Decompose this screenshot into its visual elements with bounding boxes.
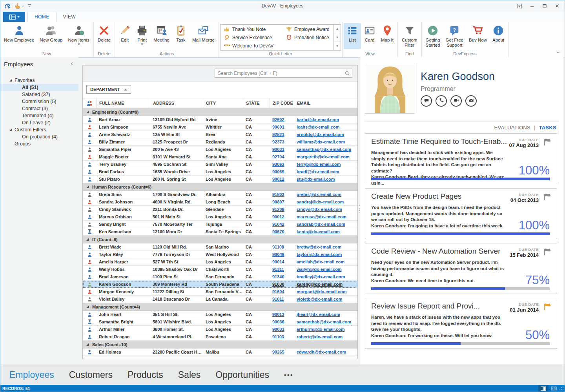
ribbon-button-new-items[interactable]: New Items bbox=[66, 23, 92, 49]
table-row[interactable]: Samantha Piper200 E Ave 43Los AngelesCA9… bbox=[83, 146, 357, 153]
cell-email-link[interactable]: margaretb@dx-email.com bbox=[294, 154, 357, 159]
cell-email-link[interactable]: brettw@dx-email.com bbox=[294, 245, 357, 249]
nav-item-customers[interactable]: Customers bbox=[69, 370, 113, 380]
column-header-address[interactable]: ADDRESS bbox=[150, 98, 203, 108]
sidebar-item-salaried-37[interactable]: Salaried (37) bbox=[0, 91, 78, 98]
column-header-city[interactable]: CITY bbox=[203, 98, 243, 108]
cell-email-link[interactable]: marcuso@dx-email.com bbox=[294, 214, 357, 219]
column-header-zip-code[interactable]: ZIP CODE bbox=[270, 98, 294, 108]
gallery-scroll-up-icon[interactable]: ▲ bbox=[334, 25, 341, 33]
table-row[interactable]: Morgan Kennedy11222 Dilling StSan Fernan… bbox=[83, 288, 357, 296]
tab-evaluations[interactable]: EVALUATIONS bbox=[494, 125, 530, 131]
cell-zip-code-link[interactable]: 91604 bbox=[270, 289, 294, 294]
ribbon-button-task[interactable]: Task bbox=[172, 23, 190, 49]
cell-email-link[interactable]: taylorr@dx-email.com bbox=[294, 252, 357, 257]
cell-zip-code-link[interactable]: 90046 bbox=[270, 252, 294, 257]
cell-zip-code-link[interactable]: 91311 bbox=[270, 267, 294, 272]
sidebar-item-favorites[interactable]: Favorites bbox=[0, 77, 78, 84]
cell-email-link[interactable]: kents@dx-email.com bbox=[294, 229, 357, 234]
cell-zip-code-link[interactable]: 91103 bbox=[270, 334, 294, 339]
cell-email-link[interactable]: samanthab@dx-email.com bbox=[294, 319, 357, 324]
ribbon-button-new-group[interactable]: New Group bbox=[37, 23, 65, 49]
gallery-expand-icon[interactable]: ▼ bbox=[334, 42, 341, 50]
cell-email-link[interactable]: williamz@dx-email.com bbox=[294, 140, 357, 144]
flag-icon[interactable] bbox=[543, 137, 552, 148]
mail-button[interactable] bbox=[465, 95, 477, 107]
group-row-management-count-4[interactable]: Management (Count=4) bbox=[83, 303, 357, 311]
sidebar-item-on-leave-2[interactable]: On Leave (2) bbox=[0, 119, 78, 126]
ribbon-button-mail-merge[interactable]: Mail Merge bbox=[190, 23, 217, 49]
table-row[interactable]: Taylor Riley7776 Torreyson DrWest Hollyw… bbox=[83, 251, 357, 258]
group-by-department-button[interactable]: DEPARTMENT bbox=[86, 85, 131, 94]
tab-view[interactable]: VIEW bbox=[56, 12, 82, 22]
tab-tasks[interactable]: TASKS bbox=[539, 125, 556, 131]
cell-zip-code-link[interactable]: 92704 bbox=[270, 154, 294, 159]
cell-zip-code-link[interactable]: 90807 bbox=[270, 200, 294, 204]
table-row[interactable]: Ken Samuelson12100 Mora DrSanta Fe Sprin… bbox=[83, 228, 357, 236]
quick-letter-thank-you-note[interactable]: Thank You Note bbox=[221, 25, 282, 33]
table-row[interactable]: Sandra Johnson4600 N Virginia Rd.Long Be… bbox=[83, 198, 357, 206]
table-row[interactable]: Marcus Orbison501 N Main StLos AngelesCA… bbox=[83, 213, 357, 221]
cell-email-link[interactable]: terryb@dx-email.com bbox=[294, 162, 357, 167]
cell-email-link[interactable]: cindys@dx-email.com bbox=[294, 207, 357, 212]
quick-letter-service-excellence[interactable]: Service Excellence bbox=[221, 33, 282, 42]
table-row[interactable]: Arthur Miller3800 Homer St.Los AngelesCA… bbox=[83, 326, 357, 333]
column-header-full-name[interactable]: FULL NAME bbox=[96, 98, 150, 108]
table-row[interactable]: Greta Sims1700 S Grandview Dr.AlhambraCA… bbox=[83, 191, 357, 198]
table-row[interactable]: Arnie Schwartz125 W Elm StBreaCA92821arn… bbox=[83, 131, 357, 138]
cell-zip-code-link[interactable]: 93063 bbox=[270, 162, 294, 167]
ribbon-button-delete[interactable]: Delete bbox=[95, 23, 113, 49]
resize-grip[interactable] bbox=[559, 385, 565, 392]
collapse-ribbon-icon[interactable] bbox=[556, 50, 560, 55]
ribbon-button-card[interactable]: Card bbox=[361, 23, 378, 49]
reading-view-icon[interactable] bbox=[549, 385, 559, 392]
quick-letter-welcome-to-devav[interactable]: Welcome To DevAV bbox=[221, 42, 282, 50]
cell-email-link[interactable]: samanthap@dx-email.com bbox=[294, 147, 357, 152]
maximize-button[interactable] bbox=[538, 0, 551, 12]
sidebar-item-all-51[interactable]: All (51) bbox=[0, 84, 78, 91]
close-button[interactable] bbox=[551, 0, 563, 12]
ribbon-button-custom-filter[interactable]: Custom Filter bbox=[399, 23, 420, 49]
cell-email-link[interactable]: robertr@dx-email.com bbox=[294, 334, 357, 339]
panel-splitter[interactable] bbox=[359, 205, 360, 213]
cell-zip-code-link[interactable]: 91208 bbox=[270, 207, 294, 212]
phone-button[interactable] bbox=[436, 95, 447, 107]
sidebar-item-contract-3[interactable]: Contract (3) bbox=[0, 105, 78, 112]
group-row-it-count-8[interactable]: IT (Count=8) bbox=[83, 236, 357, 243]
task-card[interactable]: Review Issue Report and Provi...DUE DATE… bbox=[365, 298, 557, 349]
flag-icon[interactable] bbox=[543, 192, 552, 203]
ribbon-button-get-free-support[interactable]: ?Get Free Support bbox=[443, 23, 466, 49]
cell-email-link[interactable]: sandraj@dx-email.com bbox=[294, 200, 357, 204]
column-header-email[interactable]: EMAIL bbox=[294, 98, 357, 108]
cell-zip-code-link[interactable]: 92373 bbox=[270, 140, 294, 144]
qat-customize-icon[interactable] bbox=[27, 3, 32, 9]
ribbon-button-about[interactable]: About bbox=[490, 23, 507, 49]
ribbon-button-new-employee[interactable]: New Employee bbox=[1, 23, 37, 49]
cell-email-link[interactable]: jheart@dx-email.com bbox=[294, 312, 357, 317]
task-card[interactable]: Code Review - New Automation ServerDUE D… bbox=[365, 243, 557, 294]
cell-email-link[interactable]: bradleyj@dx-email.com bbox=[294, 274, 357, 279]
table-row[interactable]: Robert Reagan4 Westmoreland Pl.PasadenaC… bbox=[83, 333, 357, 341]
cell-zip-code-link[interactable]: 90036 bbox=[270, 319, 294, 324]
column-header-icon[interactable] bbox=[83, 98, 96, 108]
cell-email-link[interactable]: edwardh@dx-email.com bbox=[294, 350, 357, 354]
ribbon-display-options-button[interactable] bbox=[513, 0, 526, 12]
ribbon-button-buy-now[interactable]: Buy Now bbox=[466, 23, 490, 49]
cell-zip-code-link[interactable]: 90013 bbox=[270, 312, 294, 317]
table-row[interactable]: Brett Wade1120 Old Mill Rd.San MarinoCA9… bbox=[83, 243, 357, 251]
cell-zip-code-link[interactable]: 90069 bbox=[270, 169, 294, 174]
cell-email-link[interactable]: gretas@dx-email.com bbox=[294, 192, 357, 197]
ribbon-button-list[interactable]: List bbox=[344, 23, 361, 49]
ribbon-button-meeting[interactable]: Meeting bbox=[151, 23, 172, 49]
table-row[interactable]: Samantha Bright5801 Wilshire Blvd.Los An… bbox=[83, 318, 357, 326]
video-button[interactable] bbox=[450, 95, 462, 107]
group-row-sales-count-10[interactable]: Sales (Count=10) bbox=[83, 341, 357, 348]
cell-zip-code-link[interactable]: 92602 bbox=[270, 117, 294, 122]
cell-email-link[interactable]: violetb@dx-email.com bbox=[294, 297, 357, 301]
cell-zip-code-link[interactable]: 91340 bbox=[270, 274, 294, 279]
task-card[interactable]: Estimate Time Required to Touch-Enab...D… bbox=[365, 133, 557, 184]
table-row[interactable]: Sandy Bright7570 McGroarty TerTujungaCA9… bbox=[83, 221, 357, 228]
group-row-engineering-count-9[interactable]: Engineering (Count=9) bbox=[83, 108, 357, 116]
column-header-state[interactable]: STATE bbox=[243, 98, 270, 108]
flag-icon[interactable] bbox=[543, 247, 552, 258]
